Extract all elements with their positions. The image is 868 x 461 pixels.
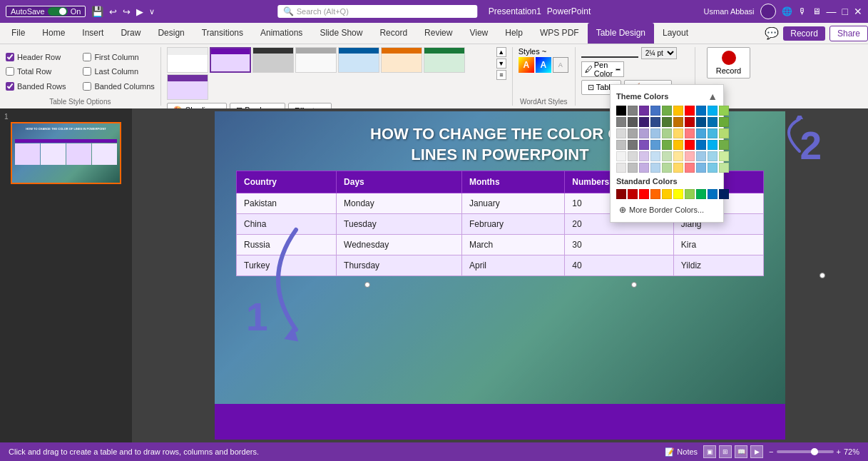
- last-column-check[interactable]: [83, 67, 91, 76]
- record-header-button[interactable]: Record: [783, 26, 825, 41]
- wordart-a3[interactable]: A: [553, 57, 568, 73]
- standard-color-swatch[interactable]: [708, 189, 718, 199]
- theme-color-swatch[interactable]: [650, 151, 660, 161]
- tab-slideshow[interactable]: Slide Show: [311, 23, 371, 44]
- theme-color-swatch[interactable]: [708, 128, 718, 138]
- theme-color-swatch[interactable]: [673, 151, 683, 161]
- selection-handle-right[interactable]: [820, 273, 825, 278]
- theme-color-swatch[interactable]: [628, 163, 638, 173]
- normal-view-button[interactable]: ▣: [703, 445, 716, 458]
- theme-color-swatch[interactable]: [673, 163, 683, 173]
- checkbox-banded-rows[interactable]: Banded Rows: [6, 79, 77, 93]
- theme-color-swatch[interactable]: [639, 151, 649, 161]
- table-handle-tc[interactable]: [631, 282, 637, 288]
- theme-color-swatch[interactable]: [719, 151, 729, 161]
- theme-color-swatch[interactable]: [673, 106, 683, 116]
- scroll-up-button[interactable]: ▲: [496, 47, 506, 57]
- theme-color-swatch[interactable]: [628, 128, 638, 138]
- reading-view-button[interactable]: 📖: [735, 445, 747, 458]
- theme-color-swatch[interactable]: [650, 140, 660, 150]
- record-ribbon-button[interactable]: Record: [707, 47, 750, 78]
- checkbox-header-row[interactable]: Header Row: [6, 50, 77, 64]
- theme-color-swatch[interactable]: [708, 140, 718, 150]
- theme-color-swatch[interactable]: [639, 128, 649, 138]
- theme-color-swatch[interactable]: [639, 117, 649, 127]
- search-bar[interactable]: 🔍 Search (Alt+Q): [277, 5, 477, 18]
- theme-color-swatch[interactable]: [628, 117, 638, 127]
- theme-color-swatch[interactable]: [616, 163, 626, 173]
- tab-insert[interactable]: Insert: [73, 23, 112, 44]
- customize-icon[interactable]: ∨: [149, 7, 155, 16]
- theme-color-swatch[interactable]: [628, 140, 638, 150]
- theme-color-swatch[interactable]: [719, 117, 729, 127]
- comment-button[interactable]: 💬: [765, 26, 779, 40]
- style-thumb-4[interactable]: [295, 47, 337, 73]
- theme-color-swatch[interactable]: [685, 117, 695, 127]
- style-thumb-1[interactable]: [167, 47, 208, 73]
- theme-color-swatch[interactable]: [662, 128, 672, 138]
- tab-home[interactable]: Home: [34, 23, 73, 44]
- tab-layout[interactable]: Layout: [654, 23, 697, 44]
- standard-color-swatch[interactable]: [719, 189, 729, 199]
- pen-color-button[interactable]: 🖊 Pen Color: [581, 61, 624, 77]
- style-thumb-3[interactable]: [252, 47, 294, 73]
- standard-color-swatch[interactable]: [685, 189, 695, 199]
- theme-color-swatch[interactable]: [696, 140, 706, 150]
- standard-color-swatch[interactable]: [673, 189, 683, 199]
- theme-color-swatch[interactable]: [616, 117, 626, 127]
- first-column-check[interactable]: [83, 53, 91, 61]
- style-thumb-7[interactable]: [424, 47, 465, 73]
- share-button[interactable]: Share: [829, 26, 868, 41]
- tab-animations[interactable]: Animations: [252, 23, 311, 44]
- maximize-button[interactable]: □: [842, 6, 848, 17]
- checkbox-first-column[interactable]: First Column: [83, 50, 154, 64]
- standard-color-swatch[interactable]: [662, 189, 672, 199]
- close-button[interactable]: ✕: [854, 6, 862, 17]
- checkbox-last-column[interactable]: Last Column: [83, 65, 154, 79]
- theme-color-swatch[interactable]: [616, 128, 626, 138]
- slideshow-view-button[interactable]: ▶: [750, 445, 763, 458]
- style-thumb-5[interactable]: [338, 47, 379, 73]
- tab-design[interactable]: Design: [149, 23, 193, 44]
- theme-color-swatch[interactable]: [673, 128, 683, 138]
- theme-color-swatch[interactable]: [685, 151, 695, 161]
- checkbox-total-row[interactable]: Total Row: [6, 65, 77, 79]
- wps-icon[interactable]: 🌐: [782, 6, 792, 16]
- theme-color-swatch[interactable]: [696, 151, 706, 161]
- wordart-a1[interactable]: A: [519, 57, 534, 73]
- theme-color-swatch[interactable]: [685, 163, 695, 173]
- theme-color-swatch[interactable]: [719, 140, 729, 150]
- theme-color-swatch[interactable]: [673, 140, 683, 150]
- zoom-slider[interactable]: [777, 450, 834, 453]
- tab-help[interactable]: Help: [496, 23, 531, 44]
- theme-color-swatch[interactable]: [662, 163, 672, 173]
- slide-thumb-1[interactable]: 1 HOW TO CHANGE THE COLOR OF LINES IN PO…: [0, 108, 132, 188]
- theme-color-swatch[interactable]: [696, 106, 706, 116]
- theme-color-swatch[interactable]: [628, 106, 638, 116]
- theme-color-swatch[interactable]: [696, 163, 706, 173]
- zoom-thumb[interactable]: [811, 448, 818, 455]
- style-thumb-6[interactable]: [381, 47, 422, 73]
- slide-sorter-button[interactable]: ⊞: [719, 445, 732, 458]
- theme-color-swatch[interactable]: [719, 128, 729, 138]
- theme-color-swatch[interactable]: [616, 106, 626, 116]
- theme-color-swatch[interactable]: [719, 163, 729, 173]
- slide-thumbnail[interactable]: HOW TO CHANGE THE COLOR OF LINES IN POWE…: [11, 122, 121, 184]
- theme-color-swatch[interactable]: [662, 117, 672, 127]
- table-handle-tl[interactable]: [364, 282, 370, 288]
- wordart-a2[interactable]: A: [536, 57, 551, 73]
- checkbox-banded-columns[interactable]: Banded Columns: [83, 79, 154, 93]
- style-thumb-8[interactable]: [167, 74, 208, 100]
- tab-transitions[interactable]: Transitions: [193, 23, 252, 44]
- tab-record[interactable]: Record: [371, 23, 416, 44]
- theme-color-swatch[interactable]: [650, 128, 660, 138]
- tab-draw[interactable]: Draw: [112, 23, 149, 44]
- banded-columns-check[interactable]: [83, 82, 91, 91]
- theme-color-swatch[interactable]: [708, 151, 718, 161]
- theme-color-swatch[interactable]: [662, 151, 672, 161]
- theme-color-swatch[interactable]: [650, 117, 660, 127]
- theme-color-swatch[interactable]: [708, 106, 718, 116]
- zoom-out-icon[interactable]: −: [769, 447, 773, 456]
- standard-color-swatch[interactable]: [696, 189, 706, 199]
- tab-view[interactable]: View: [461, 23, 496, 44]
